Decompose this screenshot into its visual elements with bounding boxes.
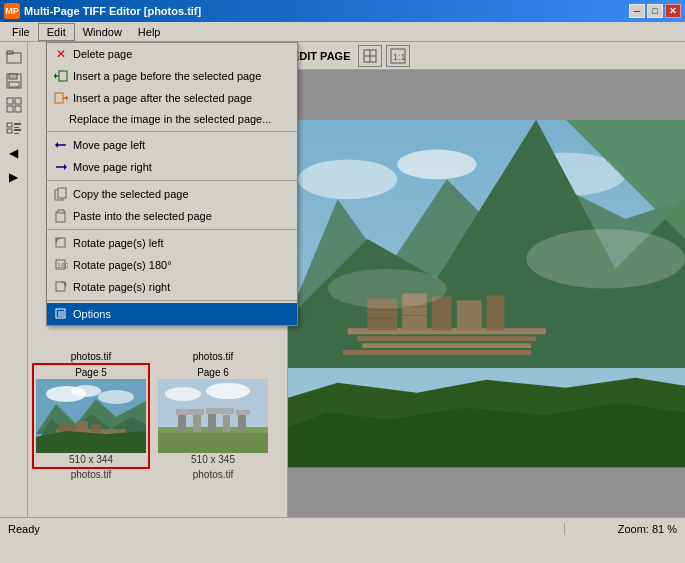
edit-menu[interactable]: Edit [38, 23, 75, 41]
toolbar-thumb1[interactable] [3, 94, 25, 116]
svg-rect-6 [15, 98, 21, 104]
svg-point-91 [526, 229, 685, 289]
svg-rect-82 [432, 296, 452, 330]
svg-rect-61 [176, 409, 204, 415]
svg-rect-60 [238, 414, 246, 432]
svg-rect-58 [208, 413, 216, 432]
svg-rect-28 [58, 210, 64, 213]
svg-rect-15 [59, 71, 67, 81]
options-icon [53, 306, 69, 322]
thumbnail-1[interactable]: Page 5 [32, 363, 150, 469]
thumbnail-2[interactable]: Page 6 [154, 363, 272, 469]
thumbnail-group-1: photos.tif Page 5 [32, 351, 150, 480]
edit-page-label: EDIT PAGE [292, 50, 350, 62]
svg-marker-50 [36, 431, 146, 453]
thumb-page-1: Page 5 [75, 367, 107, 378]
svg-marker-20 [66, 95, 68, 101]
main-image-area [288, 70, 685, 517]
menu-insert-before[interactable]: Insert a page before the selected page [47, 65, 297, 87]
app-icon: MP [4, 3, 20, 19]
menu-replace-image[interactable]: Replace the image in the selected page..… [47, 109, 297, 129]
status-ready: Ready [0, 523, 565, 535]
separator-4 [47, 300, 297, 301]
window-title: Multi-Page TIFF Editor [photos.tif] [24, 5, 201, 17]
svg-rect-79 [343, 350, 532, 355]
menu-rotate-left[interactable]: Rotate page(s) left [47, 232, 297, 254]
rotate-right-icon [53, 279, 69, 295]
svg-marker-22 [55, 142, 58, 148]
restore-button[interactable]: □ [647, 4, 663, 18]
svg-rect-13 [14, 129, 21, 131]
thumb-image-2 [158, 379, 268, 453]
menu-delete-page[interactable]: ✕ Delete page [47, 43, 297, 65]
svg-point-70 [298, 160, 397, 200]
svg-rect-11 [14, 127, 19, 128]
thumb-size-2: 510 x 345 [191, 454, 235, 465]
toolbar: ◀ ▶ [0, 42, 28, 517]
separator-3 [47, 229, 297, 230]
svg-rect-59 [223, 415, 230, 432]
menu-rotate-180[interactable]: 180 Rotate page(s) 180° [47, 254, 297, 276]
move-left-icon [53, 137, 69, 153]
thumb-file-bottom-1: photos.tif [71, 469, 112, 480]
toolbar-thumb2[interactable] [3, 118, 25, 140]
toolbar-prev[interactable]: ◀ [3, 142, 25, 164]
delete-icon: ✕ [53, 46, 69, 62]
svg-rect-26 [58, 188, 66, 198]
rotate-left-icon [53, 235, 69, 251]
svg-rect-77 [357, 336, 536, 341]
svg-rect-49 [91, 424, 101, 432]
title-controls: ─ □ ✕ [629, 4, 681, 18]
minimize-button[interactable]: ─ [629, 4, 645, 18]
close-button[interactable]: ✕ [665, 4, 681, 18]
menu-insert-after[interactable]: Insert a page after the selected page [47, 87, 297, 109]
svg-rect-7 [7, 106, 13, 112]
menu-options[interactable]: Options [47, 303, 297, 325]
toolbar-open[interactable] [3, 46, 25, 68]
paste-icon [53, 208, 69, 224]
menu-copy-page[interactable]: Copy the selected page [47, 183, 297, 205]
rotate-180-icon: 180 [53, 257, 69, 273]
svg-point-42 [98, 390, 134, 404]
left-panel: ✕ Delete page Insert a page before the s… [28, 42, 288, 517]
svg-marker-17 [54, 73, 56, 79]
title-bar: MP Multi-Page TIFF Editor [photos.tif] ─… [0, 0, 685, 22]
status-zoom: Zoom: 81 % [565, 523, 685, 535]
window-menu[interactable]: Window [75, 24, 130, 40]
move-right-icon [53, 159, 69, 175]
edit-tool-2[interactable]: 1:1 [386, 45, 410, 67]
help-menu[interactable]: Help [130, 24, 169, 40]
menu-move-left[interactable]: Move page left [47, 134, 297, 156]
menu-move-right[interactable]: Move page right [47, 156, 297, 178]
toolbar-next[interactable]: ▶ [3, 166, 25, 188]
right-panel: EDIT PAGE 1:1 [288, 42, 685, 517]
svg-text:180: 180 [57, 262, 68, 269]
thumb-file-top-1: photos.tif [34, 351, 149, 362]
title-bar-left: MP Multi-Page TIFF Editor [photos.tif] [4, 3, 201, 19]
toolbar-save[interactable] [3, 70, 25, 92]
svg-rect-9 [7, 123, 12, 127]
thumbnail-area: photos.tif Page 5 [28, 347, 287, 517]
svg-rect-14 [14, 133, 19, 134]
thumb-image-1 [36, 379, 146, 453]
svg-marker-24 [64, 164, 67, 170]
file-menu[interactable]: File [4, 24, 38, 40]
svg-text:1:1: 1:1 [393, 52, 406, 62]
svg-rect-8 [15, 106, 21, 112]
svg-rect-5 [7, 98, 13, 104]
menu-paste-page[interactable]: Paste into the selected page [47, 205, 297, 227]
separator-2 [47, 180, 297, 181]
status-bar: Ready Zoom: 81 % [0, 517, 685, 539]
svg-rect-84 [487, 295, 505, 330]
svg-rect-78 [362, 343, 531, 348]
copy-icon [53, 186, 69, 202]
svg-rect-48 [76, 421, 88, 431]
menu-rotate-right[interactable]: Rotate page(s) right [47, 276, 297, 298]
svg-point-92 [328, 269, 447, 309]
main-layout: ◀ ▶ ✕ Delete page Insert a page befor [0, 42, 685, 517]
svg-rect-56 [178, 414, 186, 432]
thumbnail-group-2: photos.tif Page 6 [154, 351, 272, 480]
main-image [288, 70, 685, 517]
edit-tool-1[interactable] [358, 45, 382, 67]
svg-rect-62 [206, 408, 234, 414]
